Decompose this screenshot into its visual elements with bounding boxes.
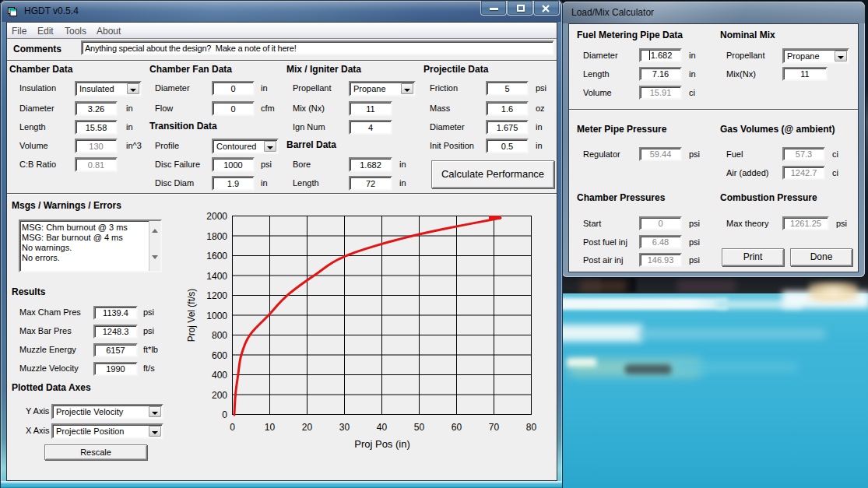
svg-text:1200: 1200: [206, 290, 227, 301]
svg-text:50: 50: [414, 422, 425, 433]
svg-text:20: 20: [302, 422, 313, 433]
svg-text:80: 80: [526, 422, 537, 433]
svg-text:600: 600: [212, 350, 227, 361]
svg-text:30: 30: [339, 422, 350, 433]
svg-text:1800: 1800: [206, 231, 227, 242]
svg-text:40: 40: [377, 422, 388, 433]
svg-text:Proj Pos (in): Proj Pos (in): [354, 438, 410, 450]
svg-text:0: 0: [222, 409, 227, 420]
svg-text:800: 800: [212, 330, 227, 341]
svg-text:70: 70: [489, 422, 500, 433]
svg-text:400: 400: [212, 370, 227, 381]
svg-text:60: 60: [452, 422, 462, 433]
svg-text:0: 0: [230, 422, 235, 433]
svg-text:200: 200: [212, 390, 227, 401]
svg-text:2000: 2000: [206, 211, 227, 222]
svg-text:Proj Vel (ft/s): Proj Vel (ft/s): [186, 289, 197, 342]
svg-text:10: 10: [265, 422, 276, 433]
svg-text:1600: 1600: [206, 251, 227, 262]
svg-text:1000: 1000: [206, 311, 227, 321]
svg-text:1400: 1400: [206, 271, 227, 282]
